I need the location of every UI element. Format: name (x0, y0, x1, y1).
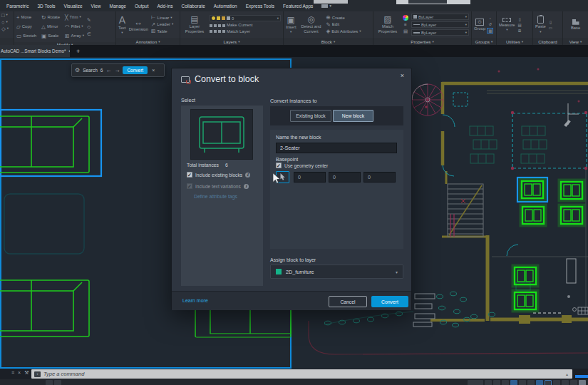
status-icon[interactable] (54, 380, 61, 385)
cut-clip-icon[interactable]: ▭ (549, 26, 552, 30)
menu-overflow-button[interactable]: ▾ (321, 4, 331, 8)
circle-tool-button[interactable]: ○▾ (1, 20, 8, 26)
color-wheel-icon[interactable] (403, 15, 408, 21)
status-icon[interactable] (536, 380, 543, 385)
include-text-checkbox[interactable]: ✓ (187, 183, 192, 189)
stretch-button[interactable]: ▭Stretch (16, 31, 36, 41)
linear-button[interactable]: ⊢Linear▾ (151, 15, 173, 21)
paste-button[interactable]: Paste▾ (535, 16, 546, 34)
block-name-input[interactable]: 2-Seater (276, 143, 397, 153)
calculator-icon[interactable]: ⊞ (518, 29, 522, 33)
leader-button[interactable]: ↗Leader▾ (151, 22, 173, 28)
sofa-instance-2[interactable] (0, 280, 89, 337)
status-icon[interactable] (510, 380, 517, 385)
trim-button[interactable]: ╳Trim▾ (65, 13, 84, 22)
erase-icon[interactable]: ✎ (87, 17, 91, 23)
base-button[interactable]: Base (571, 19, 580, 31)
status-icon[interactable] (519, 380, 526, 385)
mirror-button[interactable]: △Mirror (41, 22, 60, 31)
status-icon[interactable] (527, 380, 535, 385)
menu-express-tools[interactable]: Express Tools (246, 4, 274, 9)
layer-properties-button[interactable]: ▤Layer Properties (182, 15, 207, 34)
fillet-button[interactable]: ◠Fillet▾ (65, 22, 84, 31)
finder-convert-button[interactable]: Convert (123, 66, 148, 74)
insert-button[interactable]: ▣Insert▾ (286, 16, 296, 34)
layer-select-dropdown[interactable]: 0 ▾ (210, 15, 281, 21)
menu-manage[interactable]: Manage (110, 4, 127, 9)
group-selection-icon[interactable]: ▦ (487, 28, 493, 34)
status-icon[interactable] (579, 380, 586, 385)
geometry-center-checkbox[interactable]: ✓ (276, 163, 282, 168)
quick-select-icon[interactable]: ▯ (519, 17, 521, 21)
basepoint-z-input[interactable]: 0 (363, 172, 396, 183)
group-button[interactable]: ⊙Group (474, 19, 485, 31)
lineweight-icon[interactable]: ▤ (403, 29, 408, 34)
measure-button[interactable]: Measure▾ (499, 18, 515, 32)
info-icon[interactable]: i (244, 184, 249, 189)
text-button[interactable]: AText▾ (118, 15, 126, 35)
status-icon[interactable] (562, 380, 569, 385)
panel-label-properties[interactable]: Properties▾ (373, 38, 471, 45)
drawing-tab-close-icon[interactable]: × (68, 48, 70, 53)
panel-label-annotation[interactable]: Annotation▾ (116, 38, 180, 45)
ungroup-icon[interactable]: ▫ (490, 16, 491, 21)
rectangle-tool-button[interactable]: □▾ (1, 13, 8, 19)
convert-button[interactable]: Convert (371, 296, 408, 307)
scroll-up-icon[interactable]: ▴ (566, 371, 568, 376)
status-icon[interactable] (570, 380, 577, 385)
polygon-tool-button[interactable]: ◇▾ (1, 26, 9, 32)
status-icon[interactable] (493, 380, 500, 385)
finder-close-icon[interactable]: × (152, 68, 155, 73)
panel-label-utilities[interactable]: Utilities▾ (497, 38, 532, 45)
tab-new-block[interactable]: New block (333, 110, 373, 122)
spiral-staircase[interactable] (412, 84, 443, 115)
menu-output[interactable]: Output (135, 4, 149, 9)
copy-button[interactable]: ▱Copy (16, 22, 36, 31)
basepoint-y-input[interactable]: 0 (329, 172, 361, 183)
status-icon[interactable] (502, 380, 509, 385)
gear-icon[interactable]: ⚙ (75, 67, 80, 73)
menu-add-ins[interactable]: Add-ins (158, 4, 173, 9)
cancel-button[interactable]: Cancel (329, 296, 367, 307)
menu-featured-apps[interactable]: Featured Apps (283, 4, 313, 9)
make-current-button[interactable]: Make Current (210, 23, 281, 28)
include-existing-checkbox[interactable]: ✓ (187, 172, 192, 178)
move-button[interactable]: +Move (16, 13, 36, 22)
detected-block-instances[interactable] (513, 178, 584, 311)
status-icon[interactable] (545, 380, 552, 385)
status-icon[interactable] (468, 380, 483, 385)
group-edit-icon[interactable]: ↺ (488, 22, 492, 26)
next-instance-button[interactable]: → (114, 67, 120, 73)
tools-icon[interactable]: ⚒ (24, 370, 29, 376)
panel-label-groups[interactable]: Groups▾ (472, 38, 496, 45)
customize-icon[interactable]: ≡ (11, 370, 14, 376)
recent-commands-icon[interactable]: ▾ (34, 371, 41, 377)
cmd-close-icon[interactable]: × (18, 370, 21, 376)
menu-collaborate[interactable]: Collaborate (182, 4, 205, 9)
object-color-dropdown[interactable]: ByLayer▾ (411, 14, 469, 20)
menu-parametric[interactable]: Parametric (6, 4, 29, 9)
lineweight-dropdown[interactable]: ByLayer▾ (411, 29, 469, 36)
match-layer-button[interactable]: Match Layer (210, 29, 281, 34)
basepoint-x-input[interactable]: 0 (294, 172, 326, 183)
explode-icon[interactable]: ◇ (87, 24, 91, 30)
previous-instance-button[interactable]: ← (105, 67, 111, 73)
rotate-button[interactable]: ↻Rotate (41, 13, 60, 22)
scrollbar-thumb[interactable] (575, 375, 588, 378)
linetype-dropdown[interactable]: ByLayer▾ (411, 21, 469, 28)
dialog-close-icon[interactable]: × (401, 72, 404, 79)
menu-3d-tools[interactable]: 3D Tools (37, 4, 55, 9)
panel-label-clipboard[interactable]: Clipboard (533, 38, 562, 45)
edit-attributes-button[interactable]: ◈Edit Attributes▾ (326, 29, 361, 34)
tab-existing-block[interactable]: Existing block (290, 110, 331, 122)
desks[interactable] (413, 294, 435, 327)
menu-view[interactable]: View (91, 4, 101, 9)
sofa-instance-selected[interactable] (0, 110, 101, 176)
new-drawing-tab-button[interactable]: + (76, 48, 80, 55)
status-icon[interactable] (485, 380, 492, 385)
panel-label-view[interactable]: View▾ (563, 38, 588, 45)
edit-block-button[interactable]: ✎Edit (326, 22, 361, 28)
match-properties-button[interactable]: ▨Match Properties (376, 15, 400, 34)
dimension-button[interactable]: ↔Dimension (129, 18, 148, 32)
create-block-button[interactable]: ⊕Create (326, 15, 361, 21)
